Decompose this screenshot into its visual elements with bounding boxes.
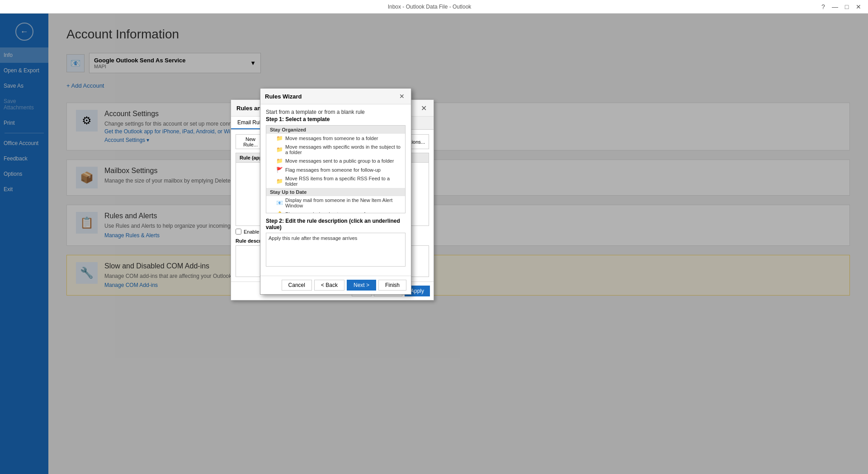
template-item-0-4[interactable]: 📁 Move RSS items from a specific RSS Fee…: [266, 174, 405, 188]
template-item-0-1[interactable]: 📁 Move messages with specific words in t…: [266, 143, 405, 156]
wizard-step1-label: Step 1: Select a template: [266, 116, 406, 122]
template-item-0-3[interactable]: 🚩 Flag messages from someone for follow-…: [266, 165, 405, 174]
wizard-rule-description: Apply this rule after the message arrive…: [269, 235, 357, 241]
wizard-desc-box: Apply this rule after the message arrive…: [266, 233, 406, 267]
close-button[interactable]: ✕: [854, 2, 863, 12]
wizard-next-button[interactable]: Next >: [347, 280, 376, 291]
template-list[interactable]: Stay Organized 📁 Move messages from some…: [266, 125, 406, 213]
template-icon-1-1: 🔔: [276, 211, 283, 213]
wizard-close-button[interactable]: ✕: [397, 92, 406, 101]
template-icon-0-1: 📁: [276, 146, 283, 153]
template-item-1-1[interactable]: 🔔 Play a sound when I get messages from …: [266, 210, 405, 213]
wizard-finish-button[interactable]: Finish: [378, 280, 406, 291]
wizard-back-button[interactable]: < Back: [314, 280, 344, 291]
title-bar: Inbox - Outlook Data File - Outlook ? — …: [0, 0, 868, 14]
template-icon-0-0: 📁: [276, 135, 283, 141]
title-bar-controls: ? — □ ✕: [818, 2, 863, 12]
group-stay-uptodate: Stay Up to Date: [266, 188, 405, 196]
template-item-0-0[interactable]: 📁 Move messages from someone to a folder: [266, 134, 405, 143]
enable-rules-checkbox[interactable]: [236, 229, 241, 235]
minimize-button[interactable]: —: [830, 2, 840, 12]
template-item-1-0[interactable]: 📧 Display mail from someone in the New I…: [266, 196, 405, 210]
wizard-title-bar: Rules Wizard ✕: [260, 89, 411, 104]
help-button[interactable]: ?: [818, 2, 828, 12]
template-icon-1-0: 📧: [276, 200, 283, 206]
template-icon-0-3: 🚩: [276, 167, 283, 173]
wizard-footer: Cancel < Back Next > Finish: [260, 276, 411, 294]
title-bar-text: Inbox - Outlook Data File - Outlook: [41, 4, 818, 10]
modal-overlay: [0, 14, 868, 474]
group-stay-organized: Stay Organized: [266, 126, 405, 134]
rules-alerts-close-button[interactable]: ✕: [419, 103, 428, 113]
wizard-cancel-button[interactable]: Cancel: [282, 280, 312, 291]
rules-wizard-dialog: Rules Wizard ✕ Start from a template or …: [260, 88, 411, 295]
wizard-subtitle: Start from a template or from a blank ru…: [266, 109, 406, 115]
maximize-button[interactable]: □: [842, 2, 852, 12]
template-item-0-2[interactable]: 📁 Move messages sent to a public group t…: [266, 156, 405, 165]
template-icon-0-2: 📁: [276, 158, 283, 164]
wizard-body: Start from a template or from a blank ru…: [260, 104, 411, 276]
template-icon-0-4: 📁: [276, 178, 283, 184]
wizard-step2-label: Step 2: Edit the rule description (click…: [266, 218, 406, 230]
wizard-title: Rules Wizard: [265, 93, 302, 100]
